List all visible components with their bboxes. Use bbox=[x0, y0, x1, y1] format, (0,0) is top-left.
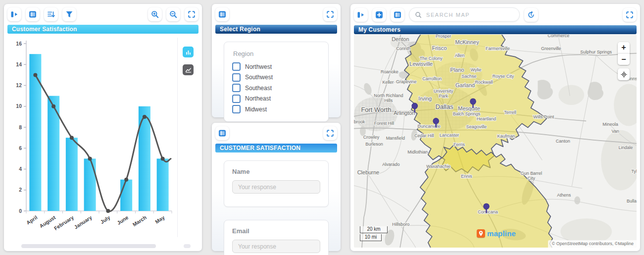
scrollbar-thumb[interactable] bbox=[21, 244, 156, 248]
zoom-in-icon bbox=[151, 10, 159, 18]
map-city-label: Midlothian bbox=[407, 150, 428, 154]
name-field-card: Name bbox=[224, 160, 329, 207]
region-panel-toolbar bbox=[212, 4, 341, 23]
map-city-label: Plano bbox=[450, 67, 464, 73]
chart-bar[interactable] bbox=[84, 158, 96, 211]
map-city-label: Athens bbox=[557, 192, 571, 197]
satisfaction-chart[interactable]: 0246810121416AprilAugustFebruaryJanuaryJ… bbox=[7, 37, 179, 236]
expand-panel-button[interactable] bbox=[7, 7, 21, 21]
scale-km: 20 km bbox=[360, 226, 388, 233]
map-zoom-control: + − bbox=[618, 42, 630, 65]
map-city-label: Wylie bbox=[471, 67, 482, 72]
region-option[interactable]: Northeast bbox=[232, 95, 320, 103]
filter-button[interactable] bbox=[62, 7, 76, 21]
zoom-out-icon bbox=[169, 10, 177, 18]
checkbox-icon[interactable] bbox=[232, 105, 241, 113]
map-locate-button[interactable] bbox=[618, 68, 630, 80]
region-option[interactable]: Midwest bbox=[232, 105, 320, 113]
map-city-label: Waxahachie bbox=[426, 164, 450, 169]
chart-point bbox=[161, 156, 165, 160]
map-city-label: The Colony bbox=[420, 56, 443, 61]
y-axis-tick-label: 8 bbox=[19, 124, 22, 130]
reset-view-button[interactable] bbox=[524, 8, 538, 22]
map-svg[interactable]: DentonCorinthProsperMcKinneyFriscoThe Co… bbox=[354, 35, 637, 248]
fullscreen-button[interactable] bbox=[185, 7, 198, 21]
map-city-label: University bbox=[434, 89, 453, 94]
line-chart-icon bbox=[185, 66, 192, 74]
chart-bar[interactable] bbox=[66, 138, 78, 211]
map-city-label: Lewisville bbox=[409, 61, 433, 67]
map-city-label: Benbrook bbox=[354, 119, 365, 124]
map-city-label: Sulphur Springs bbox=[580, 49, 612, 54]
map-zoom-in-button[interactable]: + bbox=[618, 42, 630, 53]
chart-bar[interactable] bbox=[157, 158, 169, 211]
map-city-label: City bbox=[528, 176, 536, 181]
map-panel: My Customers bbox=[350, 4, 640, 251]
scrollbar-nub[interactable] bbox=[184, 244, 191, 248]
name-field[interactable] bbox=[232, 180, 320, 194]
chart-bar[interactable] bbox=[29, 54, 41, 211]
region-panel-title: Select Region bbox=[220, 26, 260, 33]
map-city-label: Irving bbox=[418, 96, 432, 102]
map-city-label: Corsicana bbox=[478, 209, 498, 214]
x-axis-category-label: July bbox=[99, 214, 111, 225]
map-search-input[interactable] bbox=[425, 11, 514, 18]
panel-expand-icon bbox=[10, 10, 18, 18]
zoom-in-button[interactable] bbox=[148, 7, 162, 21]
map-city-label: Royse City bbox=[493, 74, 514, 79]
map-city-label: Cleburne bbox=[357, 169, 379, 175]
zoom-out-button[interactable] bbox=[166, 7, 180, 21]
name-field-label: Name bbox=[232, 168, 320, 175]
map-city-label: Greenville bbox=[541, 46, 561, 51]
region-option[interactable]: Southeast bbox=[232, 84, 320, 92]
y-axis-tick-label: 4 bbox=[19, 166, 22, 172]
email-field[interactable] bbox=[232, 240, 320, 253]
data-table-button[interactable] bbox=[215, 126, 229, 140]
checkbox-icon[interactable] bbox=[232, 62, 241, 71]
map-canvas[interactable]: DentonCorinthProsperMcKinneyFriscoThe Co… bbox=[354, 35, 637, 248]
chart-scrollbar[interactable] bbox=[7, 244, 198, 248]
checkbox-icon[interactable] bbox=[232, 84, 241, 92]
fullscreen-button[interactable] bbox=[623, 8, 637, 22]
fullscreen-button[interactable] bbox=[323, 126, 337, 140]
y-axis-tick-label: 16 bbox=[16, 41, 22, 47]
fullscreen-button[interactable] bbox=[323, 7, 337, 21]
data-table-button[interactable] bbox=[215, 7, 229, 21]
map-zoom-out-button[interactable]: − bbox=[618, 53, 630, 65]
add-button[interactable] bbox=[372, 8, 386, 22]
map-city-label: Duncanville bbox=[418, 124, 441, 129]
expand-panel-button[interactable] bbox=[354, 8, 368, 22]
region-option-label: Northeast bbox=[245, 95, 271, 102]
filter-icon bbox=[65, 10, 73, 18]
chart-bar[interactable] bbox=[139, 106, 150, 211]
data-table-button[interactable] bbox=[26, 7, 40, 21]
map-city-label: Tyler bbox=[631, 169, 637, 174]
locate-icon bbox=[620, 71, 628, 78]
sort-button[interactable] bbox=[44, 7, 58, 21]
bar-chart-toggle[interactable] bbox=[183, 47, 194, 57]
line-chart-toggle[interactable] bbox=[183, 64, 194, 75]
region-option[interactable]: Northwest bbox=[232, 62, 320, 71]
region-options: NorthwestSouthwestSoutheastNortheastMidw… bbox=[232, 62, 320, 113]
data-table-button[interactable] bbox=[391, 8, 404, 22]
map-city-label: Ferris bbox=[453, 142, 465, 147]
map-city-label: Keller bbox=[382, 80, 394, 85]
map-city-label: Prosper bbox=[436, 35, 451, 39]
mapline-dashboard: Customer Satisfaction 0246810121416April… bbox=[0, 0, 644, 255]
y-axis-tick-label: 6 bbox=[19, 145, 22, 151]
checkbox-icon[interactable] bbox=[232, 73, 241, 82]
email-field-card: Email bbox=[224, 220, 329, 255]
checkbox-icon[interactable] bbox=[232, 95, 241, 103]
map-city-label: Grapevine bbox=[396, 79, 416, 84]
map-city-label: Park bbox=[439, 94, 448, 99]
sort-icon bbox=[47, 10, 55, 18]
region-option[interactable]: Southwest bbox=[232, 73, 320, 82]
chart-point bbox=[33, 73, 37, 77]
y-axis-tick-label: 14 bbox=[16, 61, 22, 67]
map-city-label: Roanoke bbox=[381, 69, 398, 74]
x-axis-category-label: March bbox=[131, 214, 147, 228]
map-city-label: Farmersville bbox=[486, 46, 510, 51]
chart-bar[interactable] bbox=[120, 180, 132, 211]
reset-icon bbox=[527, 11, 535, 19]
map-city-label: Forest Hill bbox=[374, 120, 394, 125]
